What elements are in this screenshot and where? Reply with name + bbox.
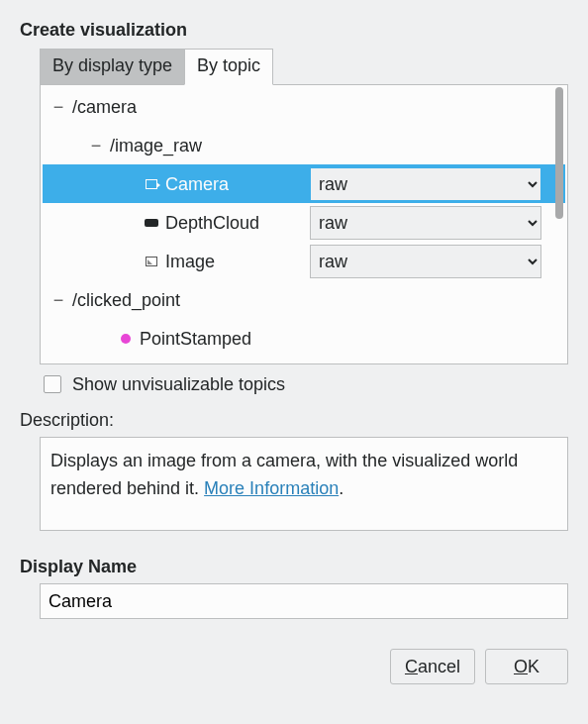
tab-panel: − /camera − /image_raw Camera [40,84,568,364]
ok-button[interactable]: OK [485,649,568,684]
show-unvisualizable-row[interactable]: Show unvisualizable topics [40,372,568,396]
tab-by-display-type[interactable]: By display type [40,49,184,85]
transport-combo-camera[interactable]: raw [310,167,541,201]
collapse-icon[interactable]: − [50,98,66,116]
camera-icon [142,179,161,189]
tree-item-depthcloud-display[interactable]: DepthCloud raw [43,203,565,242]
dialog-title: Create visualization [20,20,568,41]
tree-item-image-display[interactable]: Image raw [43,242,565,280]
topic-tree[interactable]: − /camera − /image_raw Camera [43,87,565,362]
tab-strip: By display type By topic [40,49,568,84]
scroll-thumb[interactable] [555,87,563,219]
collapse-icon[interactable]: − [88,137,104,155]
tree-item-camera-topic[interactable]: − /camera [43,87,565,126]
description-label: Description: [20,410,568,431]
tree-item-pointstamped-display[interactable]: PointStamped [43,319,565,358]
tree-label: DepthCloud [161,214,259,232]
display-name-input[interactable] [40,583,568,619]
tree-item-camera-display[interactable]: Camera raw [43,164,565,203]
image-icon [142,257,161,266]
more-information-link[interactable]: More Information [204,478,339,498]
tree-item-image-raw-topic[interactable]: − /image_raw [43,126,565,164]
tree-item-clicked-point-topic[interactable]: − /clicked_point [43,280,565,319]
show-unvisualizable-label: Show unvisualizable topics [72,374,285,395]
depthcloud-icon [142,219,161,227]
transport-combo-depthcloud[interactable]: raw [310,206,541,240]
tree-label: /image_raw [104,137,202,155]
tree-label: Image [161,253,215,270]
tab-by-topic[interactable]: By topic [184,49,273,85]
period: . [339,478,343,498]
button-row: Cancel OK [20,649,568,684]
tree-label: PointStamped [136,330,251,348]
show-unvisualizable-checkbox[interactable] [44,375,61,393]
tree-label: Camera [161,175,229,193]
tree-scrollbar[interactable] [553,87,565,362]
cancel-button[interactable]: Cancel [390,649,475,684]
collapse-icon[interactable]: − [50,291,66,309]
description-box: Displays an image from a camera, with th… [40,437,568,531]
tree-label: /camera [66,98,137,116]
transport-combo-image[interactable]: raw [310,245,541,278]
display-name-label: Display Name [20,557,568,577]
tree-label: /clicked_point [66,291,180,309]
point-icon [116,334,136,344]
